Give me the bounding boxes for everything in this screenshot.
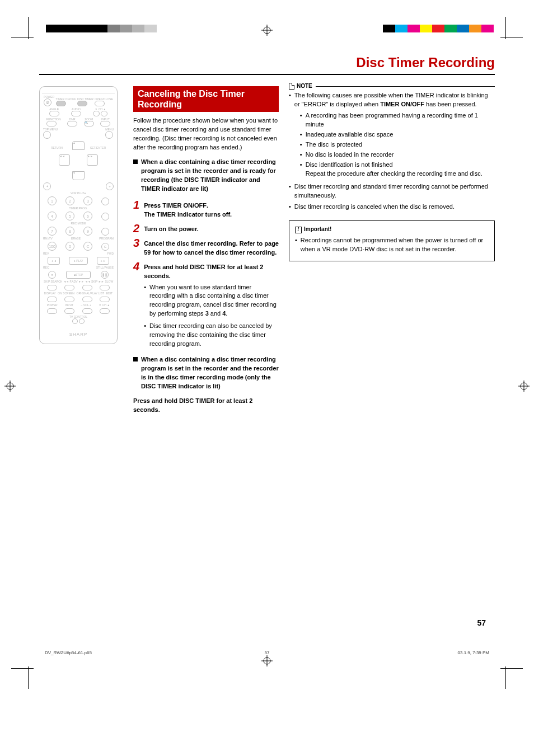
registration-mark-right bbox=[518, 381, 530, 392]
play-icon: ►PLAY bbox=[69, 257, 88, 265]
step-3: 3 Cancel the disc timer recording. Refer… bbox=[133, 237, 279, 257]
rec-icon: ● bbox=[48, 271, 56, 279]
step-1: 1 Press TIMER ON/OFF. The TIMER indicato… bbox=[133, 199, 279, 219]
condition-1: When a disc containing a disc timer reco… bbox=[133, 158, 279, 194]
final-instruction: Press and hold DISC TIMER for at least 2… bbox=[133, 397, 279, 415]
stop-icon: ■STOP bbox=[66, 271, 91, 279]
rev-icon: ◄◄ bbox=[48, 257, 60, 265]
step-2: 2 Turn on the power. bbox=[133, 223, 279, 234]
fwd-icon: ►► bbox=[97, 257, 109, 265]
side-notes-column: NOTE The following causes are possible w… bbox=[289, 86, 495, 415]
remote-illustration-column: POWER⏻ TIMER ON/OFF DISC TIMER OPEN/CLOS… bbox=[39, 86, 123, 415]
important-text: Recordings cannot be programmed when the… bbox=[295, 236, 489, 254]
top-crop-marks bbox=[0, 0, 534, 39]
important-label: ! Important! bbox=[295, 226, 489, 234]
exclamation-icon: ! bbox=[295, 227, 302, 233]
intro-text: Follow the procedure shown below when yo… bbox=[133, 116, 279, 152]
note-label: NOTE bbox=[289, 82, 316, 91]
color-bars-right bbox=[383, 25, 494, 32]
page-title: Disc Timer Recording bbox=[39, 55, 495, 71]
vcr-plus-icon: ✦ bbox=[43, 182, 51, 190]
dpad-down-icon: ▼ bbox=[72, 171, 85, 180]
step-4: 4 Press and hold DISC TIMER for at least… bbox=[133, 261, 279, 352]
registration-mark-bottom bbox=[261, 655, 273, 666]
condition-2: When a disc containing a disc timer reco… bbox=[133, 355, 279, 391]
remote-control-illustration: POWER⏻ TIMER ON/OFF DISC TIMER OPEN/CLOS… bbox=[39, 86, 118, 344]
note-extra2: Disc timer recording is canceled when th… bbox=[289, 203, 495, 212]
pause-icon: ❚❚ bbox=[101, 271, 109, 279]
dpad-left-icon: ◄◄ bbox=[59, 154, 70, 166]
dpad-right-icon: ►► bbox=[87, 154, 98, 166]
main-instructions-column: Canceling the Disc Timer Recording Follo… bbox=[133, 86, 279, 415]
step4-sub2: Disc timer recording can also be cancele… bbox=[144, 322, 279, 349]
page-header: Disc Timer Recording bbox=[39, 39, 495, 75]
bottom-crop-marks bbox=[0, 650, 534, 689]
note-icon bbox=[289, 83, 294, 90]
magnify-icon: 🔍 bbox=[84, 121, 94, 126]
registration-mark-left bbox=[4, 381, 16, 392]
bullet-square-icon bbox=[133, 159, 138, 164]
dpad-up-icon: ▲ bbox=[72, 141, 85, 150]
section-heading: Canceling the Disc Timer Recording bbox=[133, 86, 279, 112]
color-bars-left bbox=[46, 25, 157, 32]
note-box: NOTE The following causes are possible w… bbox=[289, 86, 495, 212]
remote-power-icon: ⏻ bbox=[44, 98, 51, 106]
bullet-square-icon bbox=[133, 357, 138, 361]
page-number: 57 bbox=[477, 618, 489, 627]
sharp-logo: SHARP bbox=[43, 332, 114, 337]
note-extra1: Disc timer recording and standard timer … bbox=[289, 182, 495, 200]
note-intro: The following causes are possible when t… bbox=[289, 91, 495, 180]
registration-mark-top bbox=[261, 25, 273, 36]
step4-sub1: When you want to use standard timer reco… bbox=[144, 283, 279, 319]
important-box: ! Important! Recordings cannot be progra… bbox=[289, 220, 495, 261]
